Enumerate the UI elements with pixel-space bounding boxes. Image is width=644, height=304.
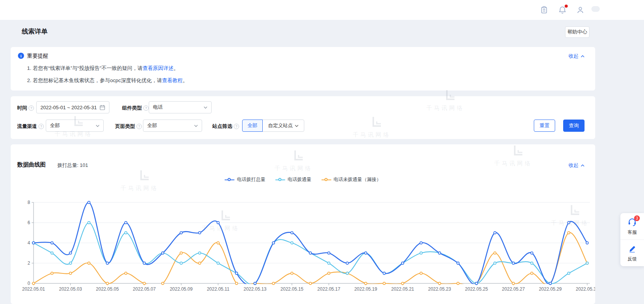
- site-filter-all-button[interactable]: 全部: [242, 120, 263, 132]
- data-point: [69, 252, 72, 254]
- data-point: [346, 262, 348, 264]
- data-point: [383, 272, 385, 274]
- question-icon[interactable]: ?: [143, 105, 149, 111]
- data-point: [88, 201, 90, 204]
- x-axis-label: 2022.05.21: [391, 286, 414, 292]
- data-point: [346, 272, 348, 274]
- data-point: [32, 282, 35, 285]
- data-point: [199, 262, 201, 264]
- data-point: [328, 262, 330, 264]
- question-icon[interactable]: ?: [29, 105, 34, 111]
- notice-item: 1. 若您有“线索详单”与“投放报告”不一致的疑问，请查看原因详述。: [27, 65, 179, 72]
- data-point: [254, 282, 256, 285]
- data-point: [291, 272, 293, 274]
- series-line: [34, 202, 587, 285]
- data-point: [438, 282, 441, 285]
- date-range-input[interactable]: 2022-05-01 ~ 2022-05-31: [36, 101, 109, 113]
- data-point: [494, 262, 496, 264]
- page-title: 线索详单: [22, 27, 48, 36]
- x-axis-label: 2022.05.03: [59, 286, 82, 292]
- x-axis-label: 2022.05.11: [207, 286, 229, 292]
- chart-card: 数据曲线图 拨打总量: 101 收起 电话拨打总量电话拨通量电话未拨通量（漏接）…: [11, 144, 595, 304]
- avatar-placeholder[interactable]: [591, 6, 600, 12]
- data-point: [125, 231, 127, 234]
- data-point: [88, 222, 90, 224]
- filter-label-site-filter: 站点筛选?: [212, 123, 239, 130]
- x-axis-label: 2022.05.31: [576, 286, 595, 292]
- data-point: [217, 262, 219, 264]
- data-point: [420, 272, 422, 274]
- svg-text:4: 4: [27, 240, 30, 246]
- x-axis-label: 2022.05.07: [133, 286, 156, 292]
- data-point: [494, 252, 496, 254]
- data-point: [180, 262, 182, 264]
- data-point: [586, 262, 588, 264]
- data-point: [475, 282, 478, 285]
- help-center-button[interactable]: 帮助中心: [565, 26, 589, 38]
- feedback-button[interactable]: 反馈: [620, 239, 644, 266]
- traffic-channel-select[interactable]: 全部: [46, 120, 104, 132]
- chart-title: 数据曲线图: [17, 161, 46, 168]
- notice-link-tutorial[interactable]: 查看教程: [162, 78, 183, 83]
- notice-title: 重要提醒: [27, 53, 48, 60]
- data-point: [162, 282, 164, 285]
- chevron-up-icon: [581, 55, 585, 58]
- x-axis-label: 2022.05.25: [465, 286, 488, 292]
- data-point: [328, 252, 330, 254]
- chart-collapse-button[interactable]: 收起: [569, 162, 585, 169]
- x-axis-label: 2022.05.23: [428, 286, 451, 292]
- customer-service-button[interactable]: 3 客服: [620, 213, 644, 239]
- data-point: [401, 262, 404, 264]
- x-axis-label: 2022.05.09: [170, 286, 193, 292]
- x-axis-label: 2022.05.15: [281, 286, 304, 292]
- data-point: [309, 252, 312, 254]
- data-point: [309, 282, 312, 285]
- data-point: [531, 252, 533, 254]
- chevron-down-icon: [96, 125, 100, 127]
- user-icon[interactable]: [576, 6, 585, 14]
- data-point: [180, 231, 182, 234]
- notice-card: i 重要提醒 收起 1. 若您有“线索详单”与“投放报告”不一致的疑问，请查看原…: [11, 47, 595, 91]
- data-point: [531, 272, 533, 274]
- data-point: [401, 282, 404, 285]
- data-point: [568, 231, 570, 234]
- data-point: [512, 282, 514, 285]
- info-icon: i: [18, 53, 24, 59]
- reset-button[interactable]: 重置: [534, 120, 555, 132]
- data-point: [143, 282, 145, 285]
- data-point: [125, 222, 127, 224]
- notice-link-reason[interactable]: 查看原因详述: [143, 65, 173, 71]
- svg-text:6: 6: [27, 220, 30, 225]
- data-point: [568, 272, 570, 274]
- chevron-down-icon: [295, 125, 299, 127]
- component-type-select[interactable]: 电话: [149, 101, 212, 113]
- calendar-icon: [100, 105, 105, 110]
- customer-service-badge: 3: [634, 215, 640, 221]
- x-axis-label: 2022.05.27: [502, 286, 525, 292]
- question-icon[interactable]: ?: [39, 124, 44, 129]
- question-icon[interactable]: ?: [234, 124, 239, 129]
- svg-text:0: 0: [27, 281, 30, 286]
- x-axis-label: 2022.05.29: [539, 286, 562, 292]
- page-type-select[interactable]: 全部: [143, 120, 202, 132]
- site-filter-custom-button[interactable]: 自定义站点: [262, 120, 304, 132]
- clipboard-icon[interactable]: [540, 6, 548, 14]
- data-point: [420, 242, 422, 244]
- line-chart: 024682022.05.012022.05.032022.05.052022.…: [17, 179, 595, 293]
- question-icon[interactable]: ?: [137, 124, 142, 129]
- data-point: [69, 272, 72, 274]
- data-point: [51, 252, 53, 254]
- data-point: [328, 272, 330, 274]
- data-point: [106, 282, 109, 285]
- data-point: [291, 231, 293, 234]
- data-point: [51, 242, 53, 244]
- data-point: [272, 282, 275, 285]
- svg-text:8: 8: [27, 200, 30, 205]
- data-point: [217, 222, 219, 224]
- query-button[interactable]: 查询: [563, 120, 585, 132]
- data-point: [568, 222, 570, 224]
- notice-collapse-button[interactable]: 收起: [569, 53, 585, 60]
- filter-label-traffic-channel: 流量渠道?: [17, 123, 44, 130]
- notification-dot: [565, 5, 568, 8]
- bell-icon[interactable]: [558, 6, 567, 14]
